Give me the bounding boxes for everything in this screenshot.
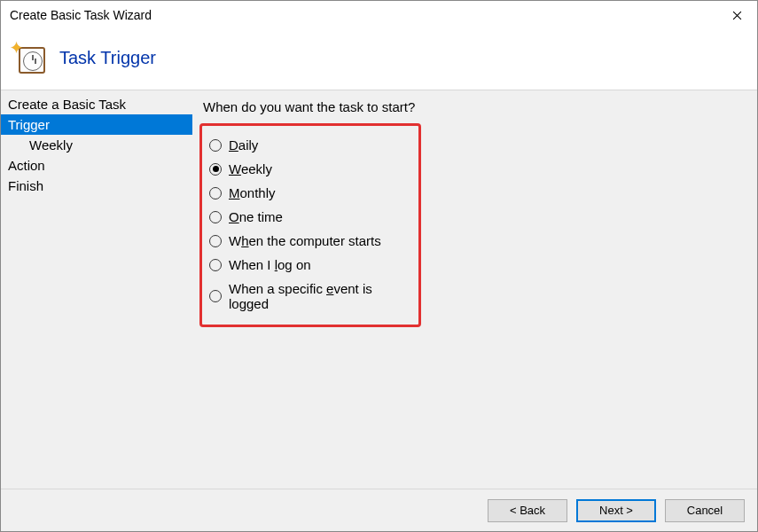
back-button[interactable]: < Back [488, 499, 567, 522]
trigger-options-group: DailyWeeklyMonthlyOne timeWhen the compu… [199, 123, 421, 327]
trigger-option-label: When the computer starts [229, 233, 381, 248]
radio-icon [209, 187, 222, 200]
close-button[interactable] [716, 1, 757, 29]
trigger-option-label: Daily [229, 137, 258, 153]
next-button[interactable]: Next > [576, 499, 656, 522]
step-trigger[interactable]: Trigger [1, 114, 192, 135]
page-title: Task Trigger [59, 48, 156, 68]
radio-icon [209, 290, 222, 302]
wizard-footer: < Back Next > Cancel [1, 489, 757, 531]
radio-icon [209, 139, 222, 152]
trigger-option-daily[interactable]: Daily [209, 133, 408, 157]
radio-icon [209, 235, 222, 247]
trigger-option-label: Monthly [229, 185, 276, 200]
trigger-option-monthly[interactable]: Monthly [209, 181, 408, 205]
trigger-option-weekly[interactable]: Weekly [209, 157, 408, 181]
wizard-header: ✦ Task Trigger [1, 29, 757, 90]
trigger-option-label: When a specific event is logged [229, 281, 408, 311]
wizard-window: Create Basic Task Wizard ✦ Task Trigger … [0, 0, 758, 532]
close-icon [732, 11, 742, 20]
radio-icon [209, 211, 222, 223]
trigger-option-label: When I log on [229, 257, 311, 272]
step-finish[interactable]: Finish [1, 176, 192, 196]
trigger-option-startup[interactable]: When the computer starts [209, 229, 408, 253]
trigger-option-label: Weekly [229, 161, 272, 176]
radio-icon [209, 163, 222, 176]
step-create-a-basic-task[interactable]: Create a Basic Task [1, 94, 192, 114]
wizard-body: Create a Basic TaskTriggerWeeklyActionFi… [1, 90, 757, 489]
trigger-option-logon[interactable]: When I log on [209, 253, 408, 277]
trigger-option-onetime[interactable]: One time [209, 205, 408, 229]
wizard-content: When do you want the task to start? Dail… [192, 90, 757, 489]
step-action[interactable]: Action [1, 155, 192, 176]
window-title: Create Basic Task Wizard [10, 8, 152, 22]
wizard-steps-sidebar: Create a Basic TaskTriggerWeeklyActionFi… [1, 90, 192, 489]
radio-icon [209, 259, 222, 271]
task-scheduler-icon: ✦ [13, 42, 45, 74]
cancel-button[interactable]: Cancel [665, 499, 745, 522]
trigger-option-event[interactable]: When a specific event is logged [209, 277, 408, 316]
trigger-option-label: One time [229, 209, 283, 224]
trigger-question: When do you want the task to start? [203, 99, 757, 114]
titlebar: Create Basic Task Wizard [1, 1, 757, 29]
step-weekly[interactable]: Weekly [1, 135, 192, 155]
